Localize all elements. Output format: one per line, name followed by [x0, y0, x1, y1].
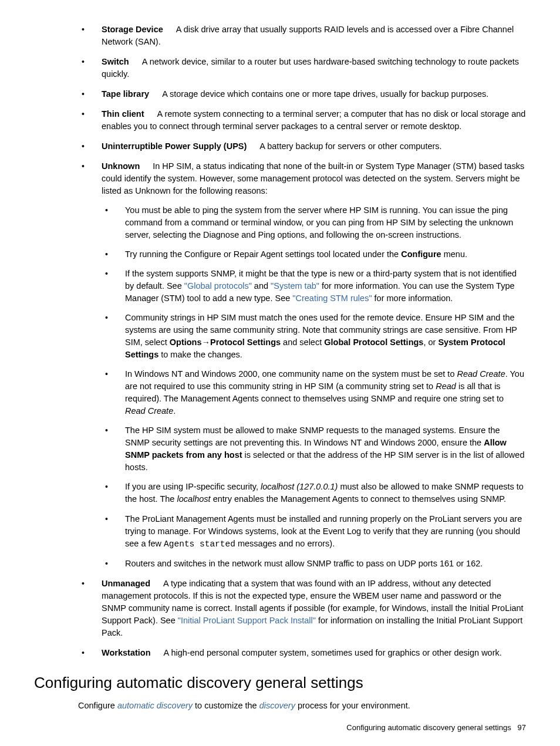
term: Switch	[102, 57, 129, 66]
menu-name: Configure	[401, 249, 441, 259]
list-item-unmanaged: UnmanagedA type indicating that a system…	[78, 578, 526, 639]
section-paragraph: Configure automatic discovery to customi…	[78, 700, 526, 712]
text: You must be able to ping the system from…	[125, 205, 513, 239]
definitions-list: Storage DeviceA disk drive array that us…	[78, 23, 526, 659]
list-item: You must be able to ping the system from…	[102, 204, 526, 241]
text: menu.	[441, 249, 467, 259]
value: localhost	[177, 494, 210, 504]
link-system-tab[interactable]: "System tab"	[271, 281, 319, 291]
text: to customize the	[193, 701, 259, 710]
term: Unknown	[102, 161, 140, 171]
term: Workstation	[102, 648, 151, 657]
definition-text: A network device, similar to a router bu…	[102, 57, 519, 79]
list-item: Storage DeviceA disk drive array that us…	[78, 23, 526, 48]
definition-text: A high-end personal computer system, som…	[164, 648, 502, 657]
list-item: If the system supports SNMP, it might be…	[102, 268, 526, 305]
text: In Windows NT and Windows 2000, one comm…	[125, 369, 457, 379]
section-heading: Configuring automatic discovery general …	[34, 672, 526, 694]
text: If you are using IP-specific security,	[125, 482, 261, 491]
list-item: Uninterruptible Power Supply (UPS)A batt…	[78, 140, 526, 153]
setting-name: Global Protocol Settings	[324, 337, 423, 347]
text: for more information.	[372, 293, 453, 303]
list-item-unknown: UnknownIn HP SIM, a status indicating th…	[78, 160, 526, 569]
link-initial-proliant-support-pack[interactable]: "Initial ProLiant Support Pack Install"	[178, 616, 316, 625]
term: Tape library	[102, 89, 149, 99]
text: and	[252, 281, 271, 291]
text: process for your environment.	[295, 701, 410, 710]
list-item: The HP SIM system must be allowed to mak…	[102, 424, 526, 474]
reasons-list: You must be able to ping the system from…	[102, 204, 526, 569]
term: Storage Device	[102, 25, 163, 34]
term: Thin client	[102, 109, 144, 119]
text: Configure	[78, 701, 117, 710]
value: localhost (127.0.0.1)	[261, 482, 338, 491]
link-automatic-discovery[interactable]: automatic discovery	[117, 701, 193, 710]
text: , or	[423, 337, 438, 347]
text: Routers and switches in the network must…	[125, 559, 483, 568]
link-creating-stm-rules[interactable]: "Creating STM rules"	[292, 293, 372, 303]
code-text: Agents started	[164, 539, 235, 549]
text: messages and no errors).	[235, 539, 335, 548]
page-number: 97	[518, 723, 526, 732]
value: Read Create	[125, 406, 173, 416]
link-discovery[interactable]: discovery	[259, 701, 295, 710]
definition-text: A disk drive array that usually supports…	[102, 25, 514, 46]
page-footer: Configuring automatic discovery general …	[34, 723, 526, 734]
definition-text: In HP SIM, a status indicating that none…	[102, 161, 524, 195]
definition-text: A remote system connecting to a terminal…	[102, 109, 525, 131]
definition-text: A storage device which contains one or m…	[162, 89, 488, 99]
text: The HP SIM system must be allowed to mak…	[125, 426, 500, 447]
value: Read	[436, 382, 456, 391]
text: entry enables the Management Agents to c…	[211, 494, 507, 504]
menu-path: Options	[170, 337, 202, 347]
list-item: Thin clientA remote system connecting to…	[78, 108, 526, 133]
value: Read Create	[457, 369, 505, 379]
list-item: Tape libraryA storage device which conta…	[78, 88, 526, 100]
footer-title: Configuring automatic discovery general …	[346, 723, 511, 732]
text: .	[173, 406, 176, 416]
list-item: Routers and switches in the network must…	[102, 558, 526, 570]
term: Uninterruptible Power Supply (UPS)	[102, 141, 247, 151]
link-global-protocols[interactable]: "Global protocols"	[184, 281, 252, 291]
arrow-icon: →	[202, 337, 211, 347]
text: to make the changes.	[158, 350, 242, 359]
text: and select	[281, 337, 324, 347]
definition-text: A battery backup for servers or other co…	[259, 141, 441, 151]
menu-path: Protocol Settings	[210, 337, 281, 347]
text: Try running the Configure or Repair Agen…	[125, 249, 401, 259]
list-item: SwitchA network device, similar to a rou…	[78, 56, 526, 80]
list-item: The ProLiant Management Agents must be i…	[102, 513, 526, 551]
list-item: If you are using IP-specific security, l…	[102, 481, 526, 505]
list-item: In Windows NT and Windows 2000, one comm…	[102, 368, 526, 417]
list-item: Try running the Configure or Repair Agen…	[102, 248, 526, 261]
term: Unmanaged	[102, 579, 150, 588]
list-item-workstation: WorkstationA high-end personal computer …	[78, 647, 526, 659]
list-item: Community strings in HP SIM must match t…	[102, 312, 526, 361]
